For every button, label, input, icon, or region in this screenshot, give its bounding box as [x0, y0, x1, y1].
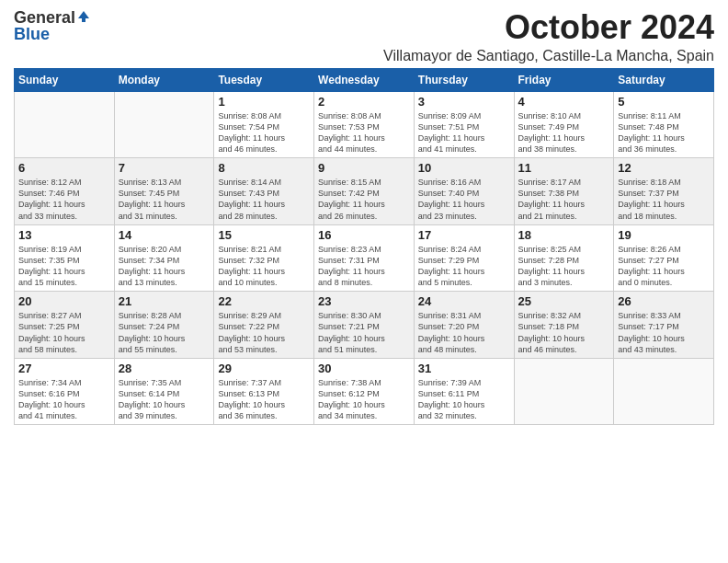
day-info: Sunrise: 8:23 AM Sunset: 7:31 PM Dayligh… — [318, 244, 410, 289]
day-number: 3 — [418, 95, 510, 109]
calendar-cell: 16Sunrise: 8:23 AM Sunset: 7:31 PM Dayli… — [314, 224, 415, 292]
day-info: Sunrise: 8:17 AM Sunset: 7:38 PM Dayligh… — [518, 177, 610, 222]
day-info: Sunrise: 8:30 AM Sunset: 7:21 PM Dayligh… — [318, 310, 410, 355]
day-info: Sunrise: 8:21 AM Sunset: 7:32 PM Dayligh… — [218, 244, 310, 289]
day-number: 9 — [318, 161, 410, 175]
day-number: 10 — [418, 161, 510, 175]
day-info: Sunrise: 7:39 AM Sunset: 6:11 PM Dayligh… — [418, 377, 510, 422]
day-info: Sunrise: 8:11 AM Sunset: 7:48 PM Dayligh… — [618, 110, 710, 155]
svg-marker-0 — [78, 11, 89, 18]
calendar-cell — [114, 91, 214, 158]
calendar-week-row: 6Sunrise: 8:12 AM Sunset: 7:46 PM Daylig… — [15, 158, 714, 225]
calendar-week-row: 20Sunrise: 8:27 AM Sunset: 7:25 PM Dayli… — [15, 292, 714, 359]
calendar-cell — [614, 358, 714, 425]
day-info: Sunrise: 8:25 AM Sunset: 7:28 PM Dayligh… — [518, 244, 610, 289]
weekday-header-tuesday: Tuesday — [214, 68, 314, 91]
day-info: Sunrise: 8:12 AM Sunset: 7:46 PM Dayligh… — [18, 177, 110, 222]
calendar-cell: 2Sunrise: 8:08 AM Sunset: 7:53 PM Daylig… — [314, 91, 415, 158]
calendar-cell: 23Sunrise: 8:30 AM Sunset: 7:21 PM Dayli… — [314, 292, 415, 359]
calendar-cell — [15, 91, 115, 158]
calendar-cell: 21Sunrise: 8:28 AM Sunset: 7:24 PM Dayli… — [114, 292, 214, 359]
calendar-cell: 19Sunrise: 8:26 AM Sunset: 7:27 PM Dayli… — [614, 224, 714, 292]
day-number: 12 — [618, 161, 710, 175]
day-number: 24 — [418, 294, 510, 308]
day-number: 2 — [318, 95, 410, 109]
calendar-cell: 20Sunrise: 8:27 AM Sunset: 7:25 PM Dayli… — [15, 292, 115, 359]
day-info: Sunrise: 8:31 AM Sunset: 7:20 PM Dayligh… — [418, 310, 510, 355]
calendar-cell: 12Sunrise: 8:18 AM Sunset: 7:37 PM Dayli… — [614, 158, 714, 225]
day-number: 16 — [318, 228, 410, 242]
calendar-cell: 3Sunrise: 8:09 AM Sunset: 7:51 PM Daylig… — [414, 91, 514, 158]
day-info: Sunrise: 7:34 AM Sunset: 6:16 PM Dayligh… — [18, 377, 110, 422]
calendar-cell: 28Sunrise: 7:35 AM Sunset: 6:14 PM Dayli… — [114, 358, 214, 425]
day-number: 18 — [518, 228, 610, 242]
month-title: October 2024 — [383, 9, 714, 46]
day-info: Sunrise: 7:38 AM Sunset: 6:12 PM Dayligh… — [318, 377, 410, 422]
calendar-week-row: 27Sunrise: 7:34 AM Sunset: 6:16 PM Dayli… — [15, 358, 714, 425]
day-number: 6 — [18, 161, 110, 175]
location-title: Villamayor de Santiago, Castille-La Manc… — [383, 48, 714, 64]
calendar-cell: 1Sunrise: 8:08 AM Sunset: 7:54 PM Daylig… — [214, 91, 314, 158]
day-number: 4 — [518, 95, 610, 109]
day-info: Sunrise: 7:35 AM Sunset: 6:14 PM Dayligh… — [119, 377, 210, 422]
calendar-cell: 5Sunrise: 8:11 AM Sunset: 7:48 PM Daylig… — [614, 91, 714, 158]
weekday-header-saturday: Saturday — [614, 68, 714, 91]
logo-general-text: General — [14, 9, 75, 26]
day-info: Sunrise: 8:18 AM Sunset: 7:37 PM Dayligh… — [618, 177, 710, 222]
day-info: Sunrise: 8:29 AM Sunset: 7:22 PM Dayligh… — [218, 310, 310, 355]
day-info: Sunrise: 8:08 AM Sunset: 7:54 PM Dayligh… — [218, 110, 310, 155]
calendar-cell: 4Sunrise: 8:10 AM Sunset: 7:49 PM Daylig… — [514, 91, 614, 158]
calendar-cell: 17Sunrise: 8:24 AM Sunset: 7:29 PM Dayli… — [414, 224, 514, 292]
day-number: 15 — [218, 228, 310, 242]
day-number: 7 — [119, 161, 210, 175]
weekday-header-row: SundayMondayTuesdayWednesdayThursdayFrid… — [15, 68, 714, 91]
day-number: 14 — [119, 228, 210, 242]
weekday-header-monday: Monday — [114, 68, 214, 91]
day-number: 30 — [318, 362, 410, 375]
calendar-cell: 30Sunrise: 7:38 AM Sunset: 6:12 PM Dayli… — [314, 358, 415, 425]
calendar-cell: 31Sunrise: 7:39 AM Sunset: 6:11 PM Dayli… — [414, 358, 514, 425]
weekday-header-friday: Friday — [514, 68, 614, 91]
logo: General Blue — [14, 9, 91, 42]
calendar-cell: 10Sunrise: 8:16 AM Sunset: 7:40 PM Dayli… — [414, 158, 514, 225]
day-number: 31 — [418, 362, 510, 375]
calendar-week-row: 1Sunrise: 8:08 AM Sunset: 7:54 PM Daylig… — [15, 91, 714, 158]
calendar-cell: 14Sunrise: 8:20 AM Sunset: 7:34 PM Dayli… — [114, 224, 214, 292]
day-number: 17 — [418, 228, 510, 242]
weekday-header-sunday: Sunday — [15, 68, 115, 91]
calendar: SundayMondayTuesdayWednesdayThursdayFrid… — [14, 68, 714, 426]
title-area: October 2024 Villamayor de Santiago, Cas… — [383, 9, 714, 64]
logo-blue-text: Blue — [14, 26, 50, 42]
logo-icon — [76, 9, 91, 24]
day-info: Sunrise: 8:08 AM Sunset: 7:53 PM Dayligh… — [318, 110, 410, 155]
header: General Blue October 2024 Villamayor de … — [14, 9, 714, 64]
day-info: Sunrise: 8:27 AM Sunset: 7:25 PM Dayligh… — [18, 310, 110, 355]
calendar-week-row: 13Sunrise: 8:19 AM Sunset: 7:35 PM Dayli… — [15, 224, 714, 292]
calendar-cell: 9Sunrise: 8:15 AM Sunset: 7:42 PM Daylig… — [314, 158, 415, 225]
calendar-cell: 27Sunrise: 7:34 AM Sunset: 6:16 PM Dayli… — [15, 358, 115, 425]
weekday-header-thursday: Thursday — [414, 68, 514, 91]
day-info: Sunrise: 8:13 AM Sunset: 7:45 PM Dayligh… — [119, 177, 210, 222]
day-info: Sunrise: 8:16 AM Sunset: 7:40 PM Dayligh… — [418, 177, 510, 222]
calendar-cell: 13Sunrise: 8:19 AM Sunset: 7:35 PM Dayli… — [15, 224, 115, 292]
day-number: 28 — [119, 362, 210, 375]
calendar-cell: 25Sunrise: 8:32 AM Sunset: 7:18 PM Dayli… — [514, 292, 614, 359]
calendar-cell: 6Sunrise: 8:12 AM Sunset: 7:46 PM Daylig… — [15, 158, 115, 225]
day-number: 5 — [618, 95, 710, 109]
calendar-cell: 18Sunrise: 8:25 AM Sunset: 7:28 PM Dayli… — [514, 224, 614, 292]
day-info: Sunrise: 8:26 AM Sunset: 7:27 PM Dayligh… — [618, 244, 710, 289]
svg-rect-1 — [82, 18, 85, 22]
day-number: 22 — [218, 294, 310, 308]
day-number: 1 — [218, 95, 310, 109]
day-info: Sunrise: 8:28 AM Sunset: 7:24 PM Dayligh… — [119, 310, 210, 355]
calendar-cell: 7Sunrise: 8:13 AM Sunset: 7:45 PM Daylig… — [114, 158, 214, 225]
day-info: Sunrise: 8:20 AM Sunset: 7:34 PM Dayligh… — [119, 244, 210, 289]
calendar-cell — [514, 358, 614, 425]
calendar-cell: 8Sunrise: 8:14 AM Sunset: 7:43 PM Daylig… — [214, 158, 314, 225]
day-number: 21 — [119, 294, 210, 308]
day-info: Sunrise: 7:37 AM Sunset: 6:13 PM Dayligh… — [218, 377, 310, 422]
day-number: 27 — [18, 362, 110, 375]
day-info: Sunrise: 8:32 AM Sunset: 7:18 PM Dayligh… — [518, 310, 610, 355]
calendar-cell: 11Sunrise: 8:17 AM Sunset: 7:38 PM Dayli… — [514, 158, 614, 225]
day-info: Sunrise: 8:24 AM Sunset: 7:29 PM Dayligh… — [418, 244, 510, 289]
